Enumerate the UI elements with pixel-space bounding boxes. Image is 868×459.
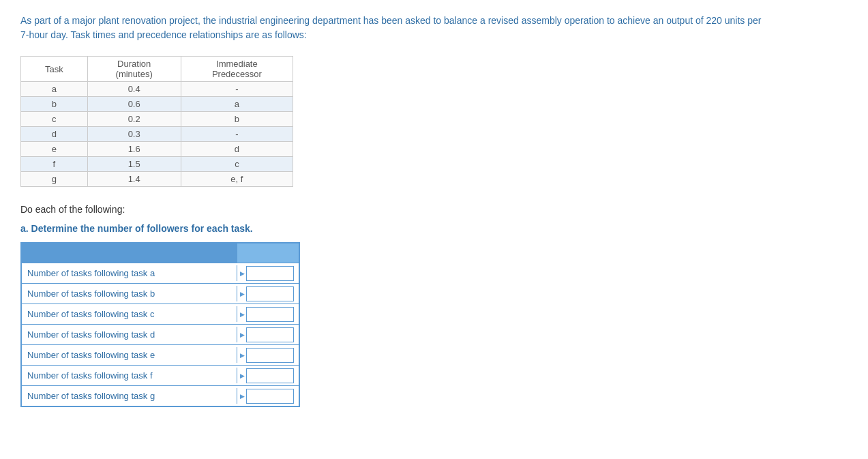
followers-input-cell-2 (237, 307, 299, 322)
followers-input-cell-5 (237, 368, 299, 383)
table-cell-predecessor-0: - (181, 82, 293, 97)
followers-input-1[interactable] (246, 286, 294, 301)
table-cell-task-0: a (21, 82, 88, 97)
followers-row: Number of tasks following task f (22, 365, 299, 385)
table-cell-task-2: c (21, 112, 88, 127)
table-cell-predecessor-6: e, f (181, 172, 293, 187)
followers-label-5: Number of tasks following task f (22, 368, 237, 383)
table-cell-predecessor-2: b (181, 112, 293, 127)
followers-input-cell-3 (237, 327, 299, 342)
followers-header-right (237, 243, 299, 263)
table-cell-duration-2: 0.2 (87, 112, 181, 127)
table-cell-predecessor-1: a (181, 97, 293, 112)
col-header-task: Task (21, 57, 88, 82)
table-cell-duration-0: 0.4 (87, 82, 181, 97)
table-cell-predecessor-5: c (181, 157, 293, 172)
followers-input-6[interactable] (246, 389, 294, 404)
followers-label-4: Number of tasks following task e (22, 347, 237, 363)
intro-text: As part of a major plant renovation proj… (20, 14, 770, 42)
table-cell-task-4: e (21, 142, 88, 157)
followers-row: Number of tasks following task e (22, 344, 299, 365)
table-cell-duration-3: 0.3 (87, 127, 181, 142)
followers-label-1: Number of tasks following task b (22, 286, 237, 301)
followers-row: Number of tasks following task g (22, 385, 299, 406)
table-cell-duration-6: 1.4 (87, 172, 181, 187)
table-cell-predecessor-4: d (181, 142, 293, 157)
table-cell-task-5: f (21, 157, 88, 172)
followers-table: Number of tasks following task aNumber o… (20, 242, 300, 407)
col-header-predecessor: Immediate Predecessor (181, 57, 293, 82)
followers-label-3: Number of tasks following task d (22, 327, 237, 342)
task-table: Task Duration (minutes) Immediate Predec… (20, 56, 293, 187)
followers-header-left (22, 243, 237, 263)
followers-row: Number of tasks following task b (22, 283, 299, 303)
followers-input-5[interactable] (246, 368, 294, 383)
followers-input-cell-4 (237, 348, 299, 363)
table-cell-predecessor-3: - (181, 127, 293, 142)
followers-input-cell-1 (237, 286, 299, 301)
table-cell-task-1: b (21, 97, 88, 112)
followers-row: Number of tasks following task a (22, 263, 299, 283)
followers-label-6: Number of tasks following task g (22, 388, 237, 404)
followers-label-2: Number of tasks following task c (22, 306, 237, 322)
table-cell-duration-5: 1.5 (87, 157, 181, 172)
followers-input-cell-0 (237, 266, 299, 281)
table-cell-duration-1: 0.6 (87, 97, 181, 112)
do-each-label: Do each of the following: (20, 204, 848, 215)
table-cell-task-6: g (21, 172, 88, 187)
followers-input-0[interactable] (246, 266, 294, 281)
table-cell-duration-4: 1.6 (87, 142, 181, 157)
followers-header (22, 243, 299, 263)
followers-row: Number of tasks following task d (22, 324, 299, 344)
followers-label-0: Number of tasks following task a (22, 265, 237, 281)
followers-row: Number of tasks following task c (22, 303, 299, 324)
part-a-label: a. Determine the number of followers for… (20, 223, 848, 234)
followers-input-2[interactable] (246, 307, 294, 322)
followers-input-cell-6 (237, 389, 299, 404)
col-header-duration: Duration (minutes) (87, 57, 181, 82)
followers-input-4[interactable] (246, 348, 294, 363)
followers-input-3[interactable] (246, 327, 294, 342)
table-cell-task-3: d (21, 127, 88, 142)
